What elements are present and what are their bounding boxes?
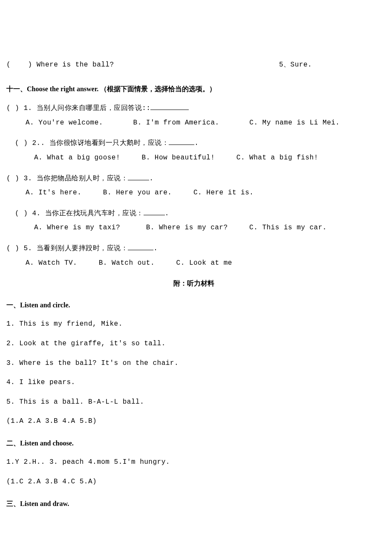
question-2: ( ) 2.. 当你很惊讶地看到一只大鹅时，应说：. A. What a big… (6, 138, 381, 163)
match-num: 5、 (279, 61, 291, 69)
match-right: 5、Sure. (279, 60, 381, 71)
q4-stem: ( ) 4. 当你正在找玩具汽车时，应说： (15, 210, 144, 217)
question-3: ( ) 3. 当你把物品给别人时，应说：. A. It's here. B. H… (6, 173, 381, 199)
sec1-line-3: 3. Where is the ball? It's on the chair. (6, 358, 381, 369)
q2-options: A. What a big goose! B. How beautiful! C… (15, 153, 381, 164)
section-1-title: 一、Listen and circle. (6, 300, 381, 311)
question-1: ( ) 1. 当别人问你来自哪里后，应回答说:: A. You're welco… (6, 103, 381, 128)
blank-icon (144, 208, 165, 215)
sec1-answers: (1.A 2.A 3.B 4.A 5.B) (6, 416, 381, 427)
question-4: ( ) 4. 当你正在找玩具汽车时，应说：. A. Where is my ta… (6, 208, 381, 234)
q5-options: A. Watch TV. B. Watch out. C. Look at me (6, 258, 381, 269)
section-3-title: 三、Listen and draw. (6, 498, 381, 509)
q3-opt-b: B. Here you are. (103, 189, 172, 197)
sec1-line-4: 4. I like pears. (6, 377, 381, 388)
q1-opt-b: B. I'm from America. (133, 119, 219, 127)
q1-opt-a: A. You're welcome. (26, 119, 103, 127)
sec1-line-2: 2. Look at the giraffe, it's so tall. (6, 338, 381, 350)
appendix-title: 附：听力材料 (6, 278, 381, 289)
q2-post: . (194, 139, 199, 147)
q2-opt-a: A. What a big goose! (34, 154, 120, 162)
q4-opt-a: A. Where is my taxi? (34, 224, 120, 231)
q3-opt-a: A. It's here. (26, 189, 81, 197)
q5-opt-b: B. Watch out. (99, 259, 155, 267)
q4-opt-c: C. This is my car. (249, 224, 327, 231)
sec1-line-1: 1. This is my friend, Mike. (6, 319, 381, 330)
blank-icon (128, 243, 153, 250)
q5-opt-a: A. Watch TV. (26, 259, 77, 267)
paren-l: ( (6, 61, 15, 69)
q2-opt-b: B. How beautiful! (142, 154, 215, 162)
q3-post: . (149, 175, 153, 182)
sec2-line-1: 1.Y 2.H.. 3. peach 4.mom 5.I'm hungry. (6, 457, 381, 468)
q4-opt-b: B. Where is my car? (146, 224, 228, 231)
q3-stem: ( ) 3. 当你把物品给别人时，应说： (6, 175, 128, 182)
q3-options: A. It's here. B. Here you are. C. Here i… (6, 188, 381, 199)
blank-icon (169, 138, 194, 145)
q5-opt-c: C. Look at me (176, 259, 232, 267)
q1-options: A. You're welcome. B. I'm from America. … (6, 118, 381, 129)
matching-row: ( ) Where is the ball? 5、Sure. (6, 60, 381, 71)
q3-opt-c: C. Here it is. (193, 189, 254, 197)
q4-options: A. Where is my taxi? B. Where is my car?… (15, 223, 381, 234)
q1-stem: ( ) 1. 当别人问你来自哪里后，应回答说:: (6, 104, 150, 112)
match-answer: Sure. (291, 61, 312, 69)
q4-post: . (165, 210, 169, 217)
q5-post: . (153, 245, 158, 252)
q2-stem: ( ) 2.. 当你很惊讶地看到一只大鹅时，应说： (15, 139, 169, 147)
q5-stem: ( ) 5. 当看到别人要摔跤时，应说： (6, 245, 128, 252)
blank-icon (128, 173, 149, 180)
section-2-title: 二、Listen and choose. (6, 438, 381, 449)
match-left: ( ) Where is the ball? (6, 60, 279, 71)
q1-opt-c: C. My name is Li Mei. (249, 119, 340, 127)
paren-r: ) (23, 61, 32, 69)
match-question: Where is the ball? (37, 61, 114, 69)
blank-icon (150, 103, 189, 110)
sec1-line-5: 5. This is a ball. B-A-L-L ball. (6, 397, 381, 408)
section-11-title: 十一、Choose the right answer. （根据下面情景，选择恰当… (6, 84, 381, 95)
sec2-answers: (1.C 2.A 3.B 4.C 5.A) (6, 477, 381, 488)
q2-opt-c: C. What a big fish! (236, 154, 318, 162)
question-5: ( ) 5. 当看到别人要摔跤时，应说：. A. Watch TV. B. Wa… (6, 243, 381, 269)
